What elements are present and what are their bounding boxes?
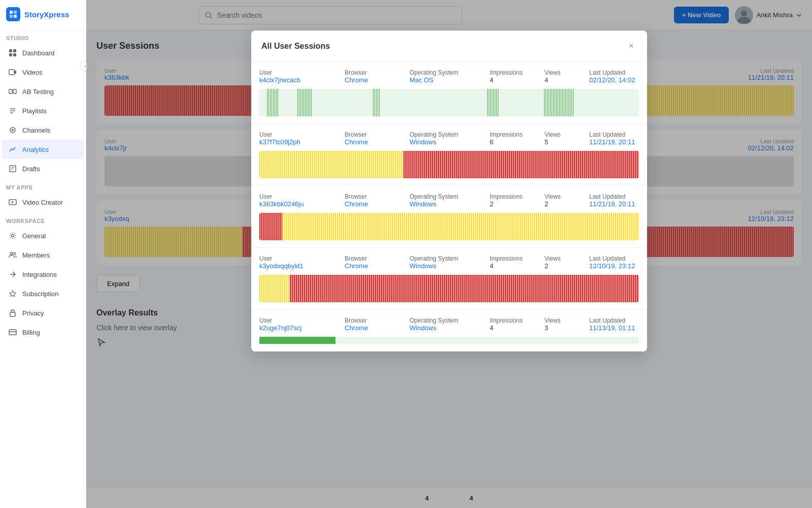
session-row-1: User k4clx7jrwcacb Browser Chrome Operat… bbox=[251, 62, 647, 124]
sidebar-item-video-creator[interactable]: Video Creator bbox=[2, 193, 84, 212]
s3-updated-value: 11/21/19, 20:11 bbox=[589, 200, 647, 208]
s2-browser-value: Chrome bbox=[345, 138, 405, 146]
s2-user-label: User bbox=[259, 131, 341, 138]
s5-views-col: Views 3 bbox=[545, 317, 585, 332]
s3-user-value[interactable]: k363kbk0246ju bbox=[259, 200, 341, 208]
s1-user-col: User k4clx7jrwcacb bbox=[259, 69, 341, 84]
s5-updated-label: Last Updated bbox=[589, 317, 647, 324]
session-row-2: User k37f7tc09j2ph Browser Chrome Operat… bbox=[251, 124, 647, 186]
modal-title: All User Sessions bbox=[261, 42, 330, 51]
integrations-label: Integrations bbox=[22, 271, 57, 278]
s4-browser-value: Chrome bbox=[345, 262, 405, 270]
svg-rect-3 bbox=[14, 15, 17, 18]
s1-os-label: Operating System bbox=[410, 69, 486, 76]
channel-icon bbox=[8, 125, 17, 135]
s3-imp-col: Impressions 2 bbox=[490, 193, 540, 208]
s1-views-label: Views bbox=[545, 69, 585, 76]
sidebar-item-members[interactable]: Members bbox=[2, 245, 84, 265]
s2-browser-col: Browser Chrome bbox=[345, 131, 405, 146]
sidebar-item-playlists[interactable]: Playlists bbox=[2, 101, 84, 120]
modal: All User Sessions × User k4clx7jrwcacb B… bbox=[251, 30, 647, 352]
s5-os-value: Windows bbox=[410, 324, 486, 332]
s2-heatmap bbox=[259, 151, 639, 178]
s1-browser-label: Browser bbox=[345, 69, 405, 76]
app-container: StoryXpress Studio Dashboard Videos AB T… bbox=[0, 0, 812, 508]
s2-views-label: Views bbox=[545, 131, 585, 138]
s4-views-value: 2 bbox=[545, 262, 585, 270]
s4-browser-label: Browser bbox=[345, 255, 405, 262]
privacy-icon bbox=[8, 308, 17, 318]
s2-user-value[interactable]: k37f7tc09j2ph bbox=[259, 138, 341, 146]
sidebar-item-analytics[interactable]: Analytics bbox=[2, 140, 84, 159]
s3-views-col: Views 2 bbox=[545, 193, 585, 208]
sidebar-item-subscription[interactable]: Subscription bbox=[2, 284, 84, 303]
s2-views-value: 5 bbox=[545, 138, 585, 146]
studio-section-label: Studio bbox=[0, 29, 86, 43]
video-icon bbox=[8, 68, 17, 77]
s1-updated-value: 02/12/20, 14:02 bbox=[589, 76, 647, 84]
drafts-label: Drafts bbox=[22, 165, 40, 173]
sidebar-item-general[interactable]: General bbox=[2, 226, 84, 245]
session-row-4-header: User k3yodxqqbyld1 Browser Chrome Operat… bbox=[259, 255, 639, 270]
s1-user-value[interactable]: k4clx7jrwcacb bbox=[259, 76, 341, 84]
svg-rect-10 bbox=[13, 89, 16, 93]
s4-views-label: Views bbox=[545, 255, 585, 262]
sidebar-item-billing[interactable]: Billing bbox=[2, 323, 84, 342]
s4-user-label: User bbox=[259, 255, 341, 262]
subscription-label: Subscription bbox=[22, 290, 59, 298]
s5-imp-col: Impressions 4 bbox=[490, 317, 540, 332]
modal-close-button[interactable]: × bbox=[625, 40, 637, 52]
svg-rect-9 bbox=[9, 89, 12, 93]
sidebar-item-ab-testing[interactable]: AB Testing bbox=[2, 82, 84, 101]
s5-os-label: Operating System bbox=[410, 317, 486, 324]
sidebar-item-integrations[interactable]: Integrations bbox=[2, 265, 84, 284]
sidebar-item-drafts[interactable]: Drafts bbox=[2, 159, 84, 178]
dashboard-label: Dashboard bbox=[22, 49, 55, 57]
s5-browser-label: Browser bbox=[345, 317, 405, 324]
s5-user-col: User k2uge7nj07scj bbox=[259, 317, 341, 332]
analytics-icon bbox=[8, 145, 17, 154]
logo: StoryXpress bbox=[0, 0, 86, 29]
s1-impressions-value: 4 bbox=[490, 76, 540, 84]
main-content: + New Video Ankit Mishra User Sessions U… bbox=[86, 0, 812, 508]
members-label: Members bbox=[22, 251, 50, 259]
s5-user-value[interactable]: k2uge7nj07scj bbox=[259, 324, 341, 332]
analytics-label: Analytics bbox=[22, 146, 49, 153]
svg-rect-8 bbox=[9, 70, 14, 75]
s4-os-col: Operating System Windows bbox=[410, 255, 486, 270]
modal-body[interactable]: User k4clx7jrwcacb Browser Chrome Operat… bbox=[251, 62, 647, 352]
channels-label: Channels bbox=[22, 126, 50, 134]
s2-user-col: User k37f7tc09j2ph bbox=[259, 131, 341, 146]
sidebar-item-channels[interactable]: Channels bbox=[2, 120, 84, 140]
s3-os-label: Operating System bbox=[410, 193, 486, 200]
sidebar-item-videos[interactable]: Videos bbox=[2, 62, 84, 82]
general-label: General bbox=[22, 232, 46, 240]
s2-views-col: Views 5 bbox=[545, 131, 585, 146]
ab-testing-label: AB Testing bbox=[22, 88, 54, 96]
svg-rect-2 bbox=[10, 15, 13, 18]
s1-browser-value: Chrome bbox=[345, 76, 405, 84]
logo-text: StoryXpress bbox=[24, 10, 69, 19]
s1-imp-col: Impressions 4 bbox=[490, 69, 540, 84]
svg-rect-5 bbox=[13, 49, 16, 52]
svg-rect-16 bbox=[10, 166, 16, 172]
modal-overlay[interactable]: All User Sessions × User k4clx7jrwcacb B… bbox=[86, 0, 812, 508]
svg-marker-23 bbox=[10, 291, 16, 297]
s5-os-col: Operating System Windows bbox=[410, 317, 486, 332]
s3-browser-label: Browser bbox=[345, 193, 405, 200]
session-row-4: User k3yodxqqbyld1 Browser Chrome Operat… bbox=[251, 248, 647, 310]
s4-user-value[interactable]: k3yodxqqbyld1 bbox=[259, 262, 341, 270]
s4-os-value: Windows bbox=[410, 262, 486, 270]
s5-browser-value: Chrome bbox=[345, 324, 405, 332]
s2-impressions-label: Impressions bbox=[490, 131, 540, 138]
s2-impressions-value: 6 bbox=[490, 138, 540, 146]
playlists-label: Playlists bbox=[22, 107, 47, 115]
sidebar-item-dashboard[interactable]: Dashboard bbox=[2, 43, 84, 62]
s1-views-value: 4 bbox=[545, 76, 585, 84]
sidebar-item-privacy[interactable]: Privacy bbox=[2, 303, 84, 323]
logo-icon bbox=[6, 7, 20, 21]
s1-impressions-label: Impressions bbox=[490, 69, 540, 76]
s4-impressions-label: Impressions bbox=[490, 255, 540, 262]
members-icon bbox=[8, 250, 17, 260]
s5-views-label: Views bbox=[545, 317, 585, 324]
